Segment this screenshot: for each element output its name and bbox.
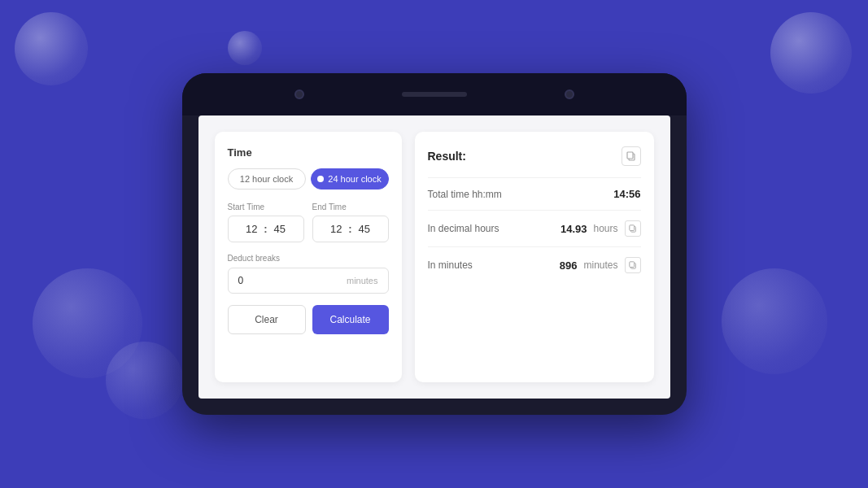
total-time-row: Total time hh:mm 14:56 xyxy=(428,177,641,210)
deduct-value: 0 xyxy=(238,275,244,286)
decimal-hours-value: 14.93 xyxy=(560,223,587,235)
calculate-button[interactable]: Calculate xyxy=(312,305,389,334)
tablet-screen: Time 12 hour clock 24 hour clock Start T… xyxy=(198,115,670,399)
minutes-row: In minutes 896 minutes xyxy=(428,246,641,283)
start-time-hours: 12 xyxy=(242,223,260,235)
decimal-hours-label: In decimal hours xyxy=(428,223,499,234)
minutes-right: 896 minutes xyxy=(560,257,641,273)
time-inputs-row: Start Time 12 : 45 End Time 12 : 45 xyxy=(228,203,389,242)
start-time-group: Start Time 12 : 45 xyxy=(228,203,304,242)
copy-all-button[interactable] xyxy=(622,146,641,166)
svg-rect-5 xyxy=(629,262,634,268)
end-time-minutes: 45 xyxy=(355,223,373,235)
deduct-label: Deduct breaks xyxy=(228,254,389,263)
right-panel: Result: Total time hh:mm 14:56 In decima… xyxy=(415,132,654,382)
bg-sphere-3 xyxy=(770,12,852,94)
tablet-camera xyxy=(294,89,304,99)
svg-rect-3 xyxy=(629,225,634,231)
end-time-group: End Time 12 : 45 xyxy=(312,203,389,242)
minutes-label: In minutes xyxy=(428,259,473,271)
start-time-label: Start Time xyxy=(228,203,304,211)
minutes-value: 896 xyxy=(560,259,578,272)
copy-minutes-icon xyxy=(629,261,637,269)
tablet-camera-right xyxy=(565,89,574,99)
end-time-sep: : xyxy=(348,223,351,235)
panel-title: Time xyxy=(228,146,389,159)
tablet-top-bar xyxy=(182,73,687,115)
start-time-input[interactable]: 12 : 45 xyxy=(228,216,304,242)
result-header: Result: xyxy=(428,146,641,166)
bg-sphere-4 xyxy=(33,268,142,378)
end-time-hours: 12 xyxy=(327,223,345,235)
result-title: Result: xyxy=(428,150,466,163)
deduct-unit: minutes xyxy=(347,276,378,285)
bg-sphere-5 xyxy=(106,342,183,419)
tablet: Time 12 hour clock 24 hour clock Start T… xyxy=(182,73,687,415)
start-time-minutes: 45 xyxy=(271,223,289,235)
copy-minutes-button[interactable] xyxy=(625,257,641,273)
left-panel: Time 12 hour clock 24 hour clock Start T… xyxy=(215,132,402,382)
bg-sphere-6 xyxy=(722,268,827,374)
total-time-right: 14:56 xyxy=(613,188,640,200)
total-time-value: 14:56 xyxy=(613,188,640,200)
svg-rect-1 xyxy=(627,152,633,159)
end-time-label: End Time xyxy=(312,203,389,211)
clock-24-button[interactable]: 24 hour clock xyxy=(311,168,389,190)
decimal-hours-right: 14.93 hours xyxy=(560,220,641,237)
end-time-input[interactable]: 12 : 45 xyxy=(312,216,389,242)
bg-sphere-2 xyxy=(228,31,262,65)
deduct-input[interactable]: 0 minutes xyxy=(228,268,389,294)
bg-sphere-1 xyxy=(15,12,88,85)
clear-button[interactable]: Clear xyxy=(228,305,306,334)
clock-12-button[interactable]: 12 hour clock xyxy=(228,168,306,190)
decimal-hours-row: In decimal hours 14.93 hours xyxy=(428,210,641,246)
copy-decimal-button[interactable] xyxy=(625,220,641,237)
total-time-label: Total time hh:mm xyxy=(428,189,502,200)
action-buttons: Clear Calculate xyxy=(228,305,389,334)
decimal-hours-unit: hours xyxy=(593,223,617,234)
copy-icon xyxy=(626,151,636,161)
clock-toggle: 12 hour clock 24 hour clock xyxy=(228,168,389,190)
minutes-unit: minutes xyxy=(583,259,617,271)
tablet-speaker xyxy=(402,92,467,97)
start-time-sep: : xyxy=(264,223,267,235)
copy-decimal-icon xyxy=(629,224,637,233)
